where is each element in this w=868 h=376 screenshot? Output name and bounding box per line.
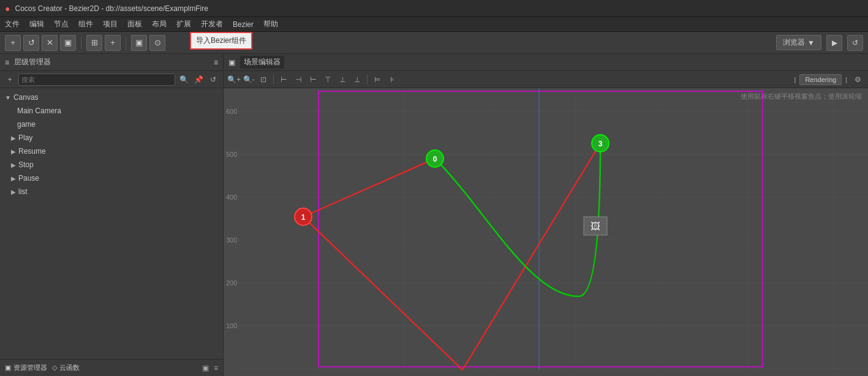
- menu-edit[interactable]: 编辑: [25, 18, 49, 31]
- hierarchy-title: 层级管理器: [14, 57, 51, 67]
- pause-arrow: ▶: [11, 175, 16, 182]
- assets-tab[interactable]: ▣ 资源管理器: [5, 363, 47, 372]
- rect-button[interactable]: ▣: [131, 35, 147, 51]
- browser-arrow-icon: ▼: [807, 39, 815, 47]
- add-button[interactable]: +: [5, 35, 21, 51]
- hierarchy-menu-icon[interactable]: ≡: [214, 58, 218, 67]
- menu-file[interactable]: 文件: [0, 18, 25, 31]
- zoom-out-button[interactable]: 🔍-: [242, 73, 255, 86]
- scene-panel-icon: ▣: [228, 58, 235, 67]
- bezier-dropdown[interactable]: 导入Bezier组件: [190, 32, 252, 50]
- menu-node[interactable]: 节点: [49, 18, 74, 31]
- tree-pause[interactable]: ▶ Pause: [0, 171, 223, 185]
- svg-line-16: [303, 159, 435, 217]
- align-top-button[interactable]: ⊤: [321, 73, 334, 86]
- scene-sep-2: [367, 75, 368, 85]
- canvas-label: Canvas: [13, 93, 39, 102]
- play-button[interactable]: ▶: [826, 35, 842, 51]
- main-area: ≡ 层级管理器 ≡ + 🔍 📌 ↺ ▼ Canvas Main Camera g…: [0, 54, 868, 376]
- svg-text:0: 0: [433, 155, 437, 164]
- tree-resume[interactable]: ▶ Resume: [0, 145, 223, 158]
- plus-button[interactable]: +: [105, 35, 121, 51]
- app-title: Cocos Creator - Bezier2D - db://assets/s…: [15, 4, 208, 13]
- align-right-button[interactable]: ⊢: [306, 73, 320, 86]
- add-node-button[interactable]: +: [4, 73, 16, 86]
- menu-layout[interactable]: 布局: [147, 18, 172, 31]
- menu-help[interactable]: 帮助: [259, 18, 283, 31]
- resume-arrow: ▶: [11, 148, 16, 155]
- align-bottom-button[interactable]: ⊥: [350, 73, 364, 86]
- pipe-separator: |: [794, 76, 796, 83]
- list-arrow: ▶: [11, 189, 16, 195]
- refresh-button[interactable]: ↺: [23, 35, 39, 51]
- search-button[interactable]: 🔍: [178, 73, 190, 86]
- assets-icon: ▣: [5, 364, 11, 372]
- hierarchy-icon: ≡: [5, 58, 9, 67]
- tree-game[interactable]: game: [0, 118, 223, 131]
- align-left-button[interactable]: ⊢: [277, 73, 290, 86]
- scene-sep-1: [273, 75, 274, 85]
- menu-panel[interactable]: 面板: [123, 18, 147, 31]
- svg-line-18: [462, 143, 600, 370]
- scene-toolbar-right: | Rendering | ⚙: [794, 73, 864, 86]
- svg-line-17: [303, 217, 462, 370]
- rendering-button[interactable]: Rendering: [799, 74, 842, 85]
- sync-button[interactable]: ↺: [207, 73, 219, 86]
- svg-rect-14: [319, 91, 763, 367]
- tree-list[interactable]: ▶ list: [0, 185, 223, 198]
- cloud-tab[interactable]: ◇ 云函数: [52, 363, 80, 372]
- stop-arrow: ▶: [11, 162, 16, 168]
- tree-main-camera[interactable]: Main Camera: [0, 104, 223, 118]
- toolbar: + ↺ ✕ ▣ ⊞ + ▣ ⊙ 浏览器 ▼ ▶ ↺: [0, 32, 868, 54]
- cloud-label: 云函数: [59, 363, 80, 372]
- list-label: list: [18, 187, 28, 196]
- zoom-fit-button[interactable]: ⊡: [257, 73, 270, 86]
- hierarchy-header: ≡ 层级管理器 ≡: [0, 54, 223, 71]
- cloud-icon: ◇: [52, 364, 57, 372]
- panel-resize-icon[interactable]: ▣: [202, 364, 209, 372]
- scene-editor-tab[interactable]: 场景编辑器: [240, 56, 284, 69]
- zoom-in-button[interactable]: 🔍+: [227, 73, 241, 86]
- hierarchy-toolbar: + 🔍 📌 ↺: [0, 71, 223, 88]
- browser-button[interactable]: 浏览器 ▼: [776, 35, 821, 50]
- menu-bezier[interactable]: Bezier: [228, 19, 259, 30]
- distribute-h-button[interactable]: ⊨: [371, 73, 384, 86]
- refresh-scene-button[interactable]: ↺: [847, 35, 863, 51]
- menu-project[interactable]: 项目: [98, 18, 123, 31]
- tree-canvas[interactable]: ▼ Canvas: [0, 91, 223, 104]
- menu-bar: 文件 编辑 节点 组件 项目 面板 布局 扩展 开发者 Bezier 帮助 导入…: [0, 17, 868, 32]
- pin-button[interactable]: 📌: [192, 73, 205, 86]
- tree-stop[interactable]: ▶ Stop: [0, 158, 223, 171]
- settings-button[interactable]: ⚙: [851, 73, 864, 86]
- square-button[interactable]: ▣: [60, 35, 76, 51]
- tree-play[interactable]: ▶ Play: [0, 131, 223, 145]
- panel-collapse-icon[interactable]: ≡: [214, 364, 218, 372]
- bottom-panel: ▣ 资源管理器 ◇ 云函数 ▣ ≡: [0, 359, 223, 376]
- app-logo: ●: [5, 4, 10, 13]
- browser-label: 浏览器: [783, 37, 805, 48]
- assets-label: 资源管理器: [13, 363, 47, 372]
- circle-button[interactable]: ⊙: [149, 35, 165, 51]
- scene-toolbar: 🔍+ 🔍- ⊡ ⊢ ⊣ ⊢ ⊤ ⊥ ⊥ ⊨ ⊧ | Rendering | ⚙: [224, 71, 868, 88]
- toolbar-separator-2: [126, 36, 126, 50]
- menu-component[interactable]: 组件: [74, 18, 98, 31]
- scene-canvas[interactable]: 600 500 400 300 200 100 使用鼠标右键平移视窗焦点；使用滚…: [224, 88, 868, 376]
- align-vcenter-button[interactable]: ⊥: [336, 73, 349, 86]
- grid-button[interactable]: ⊞: [86, 35, 102, 51]
- pause-label: Pause: [18, 174, 39, 182]
- canvas-arrow: ▼: [5, 94, 11, 101]
- menu-extend[interactable]: 扩展: [172, 18, 196, 31]
- menu-developer[interactable]: 开发者: [196, 18, 228, 31]
- align-hcenter-button[interactable]: ⊣: [292, 73, 305, 86]
- search-input[interactable]: [18, 73, 175, 86]
- pipe-separator-2: |: [845, 76, 847, 83]
- play-arrow: ▶: [11, 135, 16, 141]
- toolbar-separator-1: [81, 36, 81, 50]
- game-label: game: [17, 120, 36, 129]
- scene-header: ▣ 场景编辑器: [224, 54, 868, 71]
- play-label: Play: [18, 133, 32, 142]
- bezier-canvas: 0 1 3 🖼: [224, 88, 868, 376]
- distribute-v-button[interactable]: ⊧: [385, 73, 399, 86]
- close-button[interactable]: ✕: [42, 35, 58, 51]
- resume-label: Resume: [18, 147, 46, 156]
